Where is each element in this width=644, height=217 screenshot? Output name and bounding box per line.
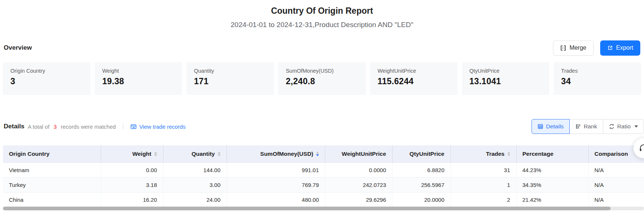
stat-card-quantity: Quantity 171 [186, 62, 274, 95]
column-header-sum-of-money[interactable]: SumOfMoney(USD) [227, 145, 325, 162]
table-grid-icon [537, 124, 543, 129]
details-header: Details A total of 3 records were matche… [4, 119, 644, 134]
cell-sumofmoney-usd-: 991.01 [227, 162, 325, 177]
cell-weight: 0.00 [101, 162, 163, 177]
records-matched-count: 3 [53, 124, 57, 130]
sort-carets-icon[interactable] [507, 152, 510, 156]
table-body: Vietnam0.00144.00991.010.00006.88203144.… [3, 162, 644, 207]
cell-qtyunitprice: 20.0000 [392, 192, 451, 207]
stat-card-value: 115.6244 [378, 76, 450, 86]
column-header-weight-unit-price: WeightUnitPrice [325, 145, 392, 162]
cell-percentage: 34.35% [516, 177, 588, 192]
details-table: Origin Country Weight Quantity SumOfMone… [3, 145, 644, 207]
stat-card-value: 3 [10, 76, 83, 86]
tab-rank[interactable]: Rank [569, 119, 603, 134]
merge-icon [560, 45, 566, 51]
vertical-divider [123, 124, 123, 129]
cell-quantity: 24.00 [163, 192, 227, 207]
stat-card-sum-of-money: SumOfMoney(USD) 2,240.8 [278, 62, 365, 95]
horizontal-scrollbar [3, 207, 644, 210]
cell-weightunitprice: 29.6296 [325, 192, 392, 207]
caret-down-icon [154, 154, 157, 156]
cell-qtyunitprice: 6.8820 [392, 162, 451, 177]
cell-comparison: N/A [588, 177, 644, 192]
stat-card-value: 2,240.8 [286, 76, 358, 86]
stat-card-label: Weight [102, 68, 175, 74]
headset-icon [638, 143, 644, 153]
overview-heading: Overview [4, 44, 32, 52]
merge-button[interactable]: Merge [553, 40, 593, 56]
cell-comparison: N/A [588, 162, 644, 177]
tab-ratio-label: Ratio [617, 123, 631, 130]
caret-up-icon [507, 152, 510, 154]
caret-up-icon [316, 152, 319, 154]
cell-quantity: 144.00 [163, 162, 227, 177]
stat-card-value: 171 [194, 76, 266, 86]
cell-percentage: 44.23% [516, 162, 588, 177]
details-summary: Details A total of 3 records were matche… [4, 123, 186, 130]
stat-card-label: QtyUnitPrice [469, 68, 542, 74]
cell-qtyunitprice: 256.5967 [392, 177, 451, 192]
stat-card-value: 13.1041 [469, 76, 542, 86]
tab-details-label: Details [546, 123, 563, 130]
cell-origin-country: Vietnam [3, 162, 101, 177]
sort-carets-icon[interactable] [154, 152, 157, 156]
caret-down-icon [218, 154, 221, 156]
cell-trades: 2 [451, 192, 516, 207]
table-row: Vietnam0.00144.00991.010.00006.88203144.… [3, 162, 644, 177]
caret-down-icon [507, 154, 510, 156]
view-mode-switcher: Details Rank Ratio [531, 119, 644, 134]
overview-actions: Merge Export [553, 40, 640, 56]
cell-weight: 3.18 [101, 177, 163, 192]
ratio-sync-icon [609, 124, 615, 129]
cell-weightunitprice: 242.0723 [325, 177, 392, 192]
stat-card-label: Quantity [194, 68, 266, 74]
merge-button-label: Merge [569, 45, 586, 51]
export-button[interactable]: Export [600, 40, 640, 56]
table-row: China16.2024.00480.0029.629620.0000221.4… [3, 192, 644, 207]
stat-card-qty-unit-price: QtyUnitPrice 13.1041 [462, 62, 549, 95]
view-trade-records-link[interactable]: View trade records [130, 124, 186, 130]
page-subtitle: 2024-01-01 to 2024-12-31,Product Descrip… [0, 21, 644, 29]
cell-origin-country: Turkey [3, 177, 101, 192]
cell-percentage: 21.42% [516, 192, 588, 207]
stat-card-value: 34 [561, 76, 634, 86]
details-heading: Details [4, 123, 25, 130]
tab-rank-label: Rank [584, 123, 597, 130]
cell-sumofmoney-usd-: 480.00 [227, 192, 325, 207]
overview-header: Overview Merge Export [4, 40, 640, 56]
records-matched-prefix: A total of [28, 124, 49, 130]
tab-details[interactable]: Details [531, 119, 569, 134]
cell-sumofmoney-usd-: 769.79 [227, 177, 325, 192]
chevron-down-icon [634, 125, 638, 128]
stat-card-label: WeightUnitPrice [378, 68, 450, 74]
caret-down-icon [316, 154, 319, 156]
stat-card-origin-country: Origin Country 3 [3, 62, 90, 95]
caret-up-icon [154, 152, 157, 154]
scrollbar-thumb[interactable] [3, 207, 611, 210]
stat-card-weight-unit-price: WeightUnitPrice 115.6244 [370, 62, 458, 95]
table-header-row: Origin Country Weight Quantity SumOfMone… [3, 145, 644, 162]
column-header-qty-unit-price: QtyUnitPrice [392, 145, 451, 162]
stat-card-trades: Trades 34 [554, 62, 641, 95]
column-header-quantity[interactable]: Quantity [163, 145, 227, 162]
sort-carets-icon[interactable] [218, 152, 221, 156]
cell-trades: 1 [451, 177, 516, 192]
caret-up-icon [218, 152, 221, 154]
tab-ratio[interactable]: Ratio [603, 119, 644, 134]
export-button-label: Export [616, 45, 633, 51]
cell-trades: 31 [451, 162, 516, 177]
export-icon [607, 45, 613, 51]
trade-records-icon [130, 124, 137, 130]
cell-comparison: N/A [588, 192, 644, 207]
column-header-trades[interactable]: Trades [451, 145, 516, 162]
table-row: Turkey3.183.00769.79242.0723256.5967134.… [3, 177, 644, 192]
column-header-weight[interactable]: Weight [101, 145, 163, 162]
column-header-origin-country: Origin Country [3, 145, 101, 162]
sort-carets-icon[interactable] [316, 152, 319, 156]
view-trade-records-label: View trade records [139, 124, 186, 130]
cell-weightunitprice: 0.0000 [325, 162, 392, 177]
stat-card-label: Origin Country [10, 68, 83, 74]
column-header-percentage: Percentage [516, 145, 588, 162]
stat-card-weight: Weight 19.38 [95, 62, 182, 95]
